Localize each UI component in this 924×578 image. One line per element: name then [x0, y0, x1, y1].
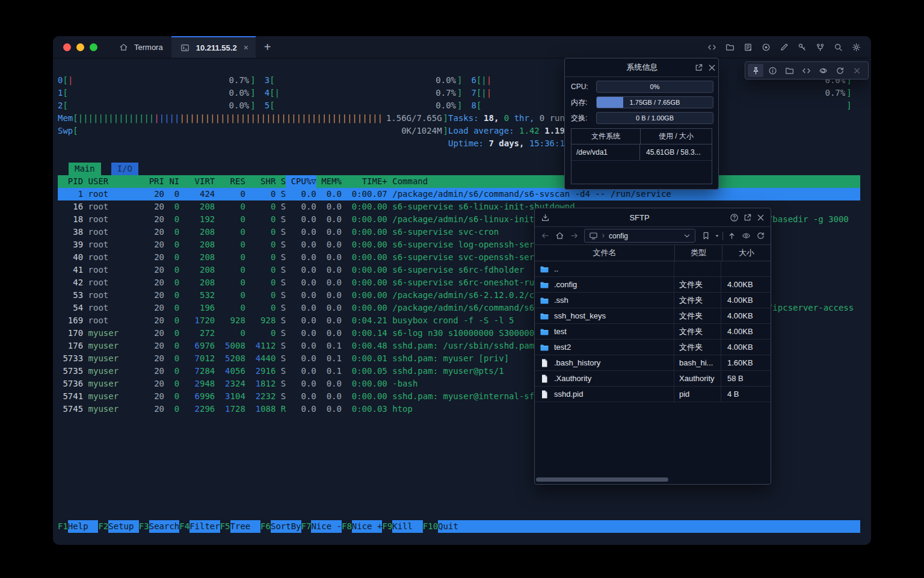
tab-main[interactable]: Main — [69, 163, 101, 175]
filesystem-row[interactable]: /dev/vda145.61GB / 58.3... — [571, 144, 712, 161]
fn-kill-button[interactable]: Kill — [392, 520, 423, 533]
col-type[interactable]: 类型 — [675, 245, 722, 261]
home-tab[interactable]: Termora — [108, 36, 171, 58]
titlebar-actions — [705, 40, 871, 54]
app-name: Termora — [134, 43, 163, 52]
sysinfo-progressbar: 0% — [596, 81, 713, 93]
sftp-panel: SFTP config 文件名 类型 大小 — [534, 208, 771, 485]
back-icon[interactable] — [538, 229, 552, 243]
download-icon[interactable] — [538, 211, 552, 224]
fn-nice+-button[interactable]: Nice + — [352, 520, 383, 533]
fnkey-F3: F3 — [139, 520, 149, 533]
file-row-ssh_host_keys[interactable]: ssh_host_keys文件夹4.00KB — [535, 308, 771, 324]
record-icon[interactable] — [759, 40, 772, 54]
fs-col-usage: 使用 / 大小 — [641, 131, 712, 141]
file-row-..[interactable]: .. — [535, 261, 771, 277]
open-in-window-icon[interactable] — [692, 61, 705, 74]
process-row-1[interactable]: 1root20042400S0.00.00:00.07/package/admi… — [58, 188, 860, 200]
file-type: Xauthority — [674, 371, 721, 386]
file-name: sshd.pid — [554, 390, 583, 399]
bookmark-icon[interactable] — [699, 229, 712, 243]
upload-icon[interactable] — [725, 229, 738, 243]
cpu-meter-row: 2[0.0%]5[0.0%]8[] — [58, 99, 860, 112]
fn-quit-button[interactable]: Quit — [438, 520, 469, 533]
code-icon[interactable] — [798, 64, 814, 77]
folder-icon — [540, 311, 549, 321]
file-size: 4.00KB — [721, 327, 771, 336]
search-icon[interactable] — [831, 40, 845, 54]
info-icon[interactable] — [765, 64, 780, 77]
refresh-icon[interactable] — [832, 64, 848, 77]
side-toolbar — [745, 61, 869, 79]
file-icon — [540, 358, 549, 368]
session-tab[interactable]: 10.211.55.2 × — [171, 36, 256, 58]
file-name: test — [554, 327, 567, 336]
close-icon[interactable] — [754, 211, 767, 224]
col-filename[interactable]: 文件名 — [535, 245, 675, 261]
folder-icon — [540, 280, 549, 290]
horizontal-scrollbar[interactable] — [536, 477, 668, 482]
close-icon[interactable] — [849, 64, 864, 77]
sftp-titlebar: SFTP — [535, 208, 771, 227]
memory-meter: Mem[||||||||||||||||||||||||||||||||||||… — [58, 112, 448, 125]
cpu-meter-3: 3[0.0%] — [265, 74, 463, 87]
nvidia-icon[interactable] — [815, 64, 831, 77]
file-name: test2 — [554, 343, 571, 352]
fn-tree-button[interactable]: Tree — [230, 520, 261, 533]
chevron-down-icon[interactable] — [683, 229, 691, 243]
help-icon[interactable] — [727, 211, 741, 224]
refresh-icon[interactable] — [754, 229, 767, 243]
pin-icon[interactable] — [748, 64, 763, 77]
tab-io[interactable]: I/O — [111, 163, 138, 175]
open-in-window-icon[interactable] — [741, 211, 754, 224]
fnbar-filler — [469, 520, 860, 533]
home-icon[interactable] — [553, 229, 566, 243]
folder-icon[interactable] — [723, 40, 736, 54]
new-tab-button[interactable]: + — [256, 40, 280, 54]
zoom-window-button[interactable] — [90, 43, 97, 51]
minimize-window-button[interactable] — [76, 43, 84, 51]
key-icon[interactable] — [795, 40, 808, 54]
log-icon[interactable] — [741, 40, 754, 54]
close-icon[interactable] — [705, 61, 718, 74]
settings-icon[interactable] — [849, 40, 863, 54]
bookmark-caret-icon[interactable] — [713, 229, 721, 243]
col-size[interactable]: 大小 — [722, 247, 771, 258]
folder-icon[interactable] — [781, 64, 797, 77]
file-name: ssh_host_keys — [554, 311, 606, 320]
traffic-lights — [53, 43, 108, 51]
close-window-button[interactable] — [63, 43, 71, 51]
sysinfo-row: CPU:0% — [571, 81, 713, 93]
file-size: 1.60KB — [721, 358, 771, 367]
sysinfo-panel: 系统信息 CPU:0%内存:1.75GB / 7.65GB交换:0 B / 1.… — [564, 58, 719, 190]
file-type: bash_hi... — [674, 355, 721, 370]
fn-sortby-button[interactable]: SortBy — [271, 520, 301, 533]
file-row-sshd.pid[interactable]: sshd.pidpid4 B — [535, 387, 771, 402]
edit-icon[interactable] — [777, 40, 790, 54]
file-row-.bash_history[interactable]: .bash_historybash_hi...1.60KB — [535, 355, 771, 371]
show-hidden-icon[interactable] — [739, 229, 753, 243]
fn-help-button[interactable]: Help — [68, 520, 99, 533]
file-row-.Xauthority[interactable]: .XauthorityXauthority58 B — [535, 371, 771, 387]
fn-search-button[interactable]: Search — [149, 520, 180, 533]
current-directory: config — [609, 232, 628, 240]
sysinfo-label: 内存: — [571, 98, 591, 108]
fn-nice--button[interactable]: Nice - — [311, 520, 342, 533]
forward-icon[interactable] — [567, 229, 581, 243]
process-table-header[interactable]: PIDUSERPRINIVIRTRESSHRSCPU%▽MEM%TIME+Com… — [58, 175, 860, 188]
keychain-icon[interactable] — [813, 40, 827, 54]
code-icon[interactable] — [705, 40, 718, 54]
file-row-test2[interactable]: test2文件夹4.00KB — [535, 340, 771, 355]
fn-filter-button[interactable]: Filter — [189, 520, 220, 533]
file-row-.ssh[interactable]: .ssh文件夹4.00KB — [535, 293, 771, 308]
tab-close-icon[interactable]: × — [244, 43, 248, 52]
path-combobox[interactable]: config — [584, 229, 695, 243]
session-tab-label: 10.211.55.2 — [196, 43, 237, 52]
chevron-right-icon — [600, 232, 606, 240]
file-row-.config[interactable]: .config文件夹4.00KB — [535, 277, 771, 293]
function-key-bar: F1HelpF2SetupF3SearchF4FilterF5TreeF6Sor… — [58, 520, 860, 533]
fn-setup-button[interactable]: Setup — [108, 520, 139, 533]
sftp-table-header[interactable]: 文件名 类型 大小 — [535, 244, 771, 261]
file-row-test[interactable]: test文件夹4.00KB — [535, 324, 771, 340]
folder-icon — [540, 343, 549, 352]
